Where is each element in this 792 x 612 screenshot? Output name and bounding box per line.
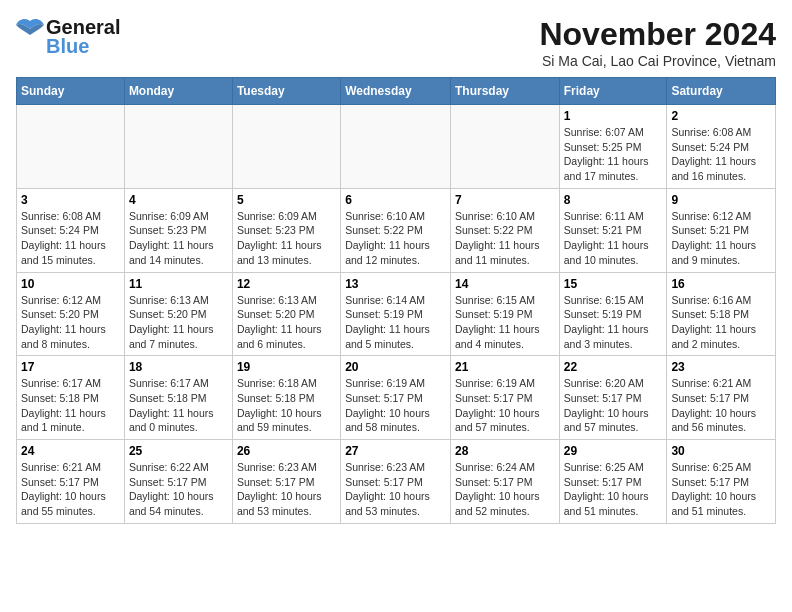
calendar-day-cell: 9Sunrise: 6:12 AM Sunset: 5:21 PM Daylig…	[667, 188, 776, 272]
day-detail: Sunrise: 6:21 AM Sunset: 5:17 PM Dayligh…	[671, 376, 771, 435]
day-detail: Sunrise: 6:15 AM Sunset: 5:19 PM Dayligh…	[564, 293, 663, 352]
day-number: 23	[671, 360, 771, 374]
header-tuesday: Tuesday	[232, 78, 340, 105]
calendar-day-cell	[124, 105, 232, 189]
day-detail: Sunrise: 6:19 AM Sunset: 5:17 PM Dayligh…	[455, 376, 555, 435]
calendar-header-row: Sunday Monday Tuesday Wednesday Thursday…	[17, 78, 776, 105]
calendar-week-2: 3Sunrise: 6:08 AM Sunset: 5:24 PM Daylig…	[17, 188, 776, 272]
day-detail: Sunrise: 6:07 AM Sunset: 5:25 PM Dayligh…	[564, 125, 663, 184]
day-number: 3	[21, 193, 120, 207]
calendar-day-cell: 27Sunrise: 6:23 AM Sunset: 5:17 PM Dayli…	[341, 440, 451, 524]
calendar-day-cell: 6Sunrise: 6:10 AM Sunset: 5:22 PM Daylig…	[341, 188, 451, 272]
day-number: 27	[345, 444, 446, 458]
day-detail: Sunrise: 6:15 AM Sunset: 5:19 PM Dayligh…	[455, 293, 555, 352]
day-number: 19	[237, 360, 336, 374]
header-saturday: Saturday	[667, 78, 776, 105]
day-detail: Sunrise: 6:10 AM Sunset: 5:22 PM Dayligh…	[345, 209, 446, 268]
calendar-day-cell	[450, 105, 559, 189]
header-wednesday: Wednesday	[341, 78, 451, 105]
calendar-day-cell: 7Sunrise: 6:10 AM Sunset: 5:22 PM Daylig…	[450, 188, 559, 272]
day-number: 22	[564, 360, 663, 374]
day-detail: Sunrise: 6:14 AM Sunset: 5:19 PM Dayligh…	[345, 293, 446, 352]
day-detail: Sunrise: 6:08 AM Sunset: 5:24 PM Dayligh…	[21, 209, 120, 268]
calendar-day-cell: 23Sunrise: 6:21 AM Sunset: 5:17 PM Dayli…	[667, 356, 776, 440]
day-detail: Sunrise: 6:23 AM Sunset: 5:17 PM Dayligh…	[345, 460, 446, 519]
calendar-week-1: 1Sunrise: 6:07 AM Sunset: 5:25 PM Daylig…	[17, 105, 776, 189]
calendar-day-cell	[232, 105, 340, 189]
day-detail: Sunrise: 6:18 AM Sunset: 5:18 PM Dayligh…	[237, 376, 336, 435]
day-number: 17	[21, 360, 120, 374]
calendar-table: Sunday Monday Tuesday Wednesday Thursday…	[16, 77, 776, 524]
calendar-day-cell: 30Sunrise: 6:25 AM Sunset: 5:17 PM Dayli…	[667, 440, 776, 524]
day-number: 30	[671, 444, 771, 458]
calendar-day-cell: 26Sunrise: 6:23 AM Sunset: 5:17 PM Dayli…	[232, 440, 340, 524]
calendar-day-cell: 5Sunrise: 6:09 AM Sunset: 5:23 PM Daylig…	[232, 188, 340, 272]
calendar-day-cell: 1Sunrise: 6:07 AM Sunset: 5:25 PM Daylig…	[559, 105, 667, 189]
day-number: 4	[129, 193, 228, 207]
calendar-day-cell: 13Sunrise: 6:14 AM Sunset: 5:19 PM Dayli…	[341, 272, 451, 356]
calendar-day-cell: 20Sunrise: 6:19 AM Sunset: 5:17 PM Dayli…	[341, 356, 451, 440]
day-number: 5	[237, 193, 336, 207]
header-sunday: Sunday	[17, 78, 125, 105]
calendar-day-cell: 3Sunrise: 6:08 AM Sunset: 5:24 PM Daylig…	[17, 188, 125, 272]
calendar-day-cell: 25Sunrise: 6:22 AM Sunset: 5:17 PM Dayli…	[124, 440, 232, 524]
day-number: 29	[564, 444, 663, 458]
header-thursday: Thursday	[450, 78, 559, 105]
calendar-day-cell: 18Sunrise: 6:17 AM Sunset: 5:18 PM Dayli…	[124, 356, 232, 440]
calendar-day-cell: 24Sunrise: 6:21 AM Sunset: 5:17 PM Dayli…	[17, 440, 125, 524]
calendar-week-4: 17Sunrise: 6:17 AM Sunset: 5:18 PM Dayli…	[17, 356, 776, 440]
header-monday: Monday	[124, 78, 232, 105]
day-number: 25	[129, 444, 228, 458]
day-number: 18	[129, 360, 228, 374]
day-number: 24	[21, 444, 120, 458]
day-number: 13	[345, 277, 446, 291]
day-number: 9	[671, 193, 771, 207]
day-detail: Sunrise: 6:12 AM Sunset: 5:21 PM Dayligh…	[671, 209, 771, 268]
day-detail: Sunrise: 6:23 AM Sunset: 5:17 PM Dayligh…	[237, 460, 336, 519]
day-detail: Sunrise: 6:09 AM Sunset: 5:23 PM Dayligh…	[237, 209, 336, 268]
day-number: 21	[455, 360, 555, 374]
calendar-day-cell: 12Sunrise: 6:13 AM Sunset: 5:20 PM Dayli…	[232, 272, 340, 356]
day-number: 2	[671, 109, 771, 123]
calendar-day-cell: 2Sunrise: 6:08 AM Sunset: 5:24 PM Daylig…	[667, 105, 776, 189]
day-number: 10	[21, 277, 120, 291]
calendar-day-cell: 21Sunrise: 6:19 AM Sunset: 5:17 PM Dayli…	[450, 356, 559, 440]
calendar-day-cell: 11Sunrise: 6:13 AM Sunset: 5:20 PM Dayli…	[124, 272, 232, 356]
page-header: General Blue November 2024 Si Ma Cai, La…	[16, 16, 776, 69]
day-number: 6	[345, 193, 446, 207]
day-number: 11	[129, 277, 228, 291]
calendar-day-cell: 15Sunrise: 6:15 AM Sunset: 5:19 PM Dayli…	[559, 272, 667, 356]
day-number: 8	[564, 193, 663, 207]
day-number: 15	[564, 277, 663, 291]
day-detail: Sunrise: 6:20 AM Sunset: 5:17 PM Dayligh…	[564, 376, 663, 435]
day-detail: Sunrise: 6:10 AM Sunset: 5:22 PM Dayligh…	[455, 209, 555, 268]
day-detail: Sunrise: 6:17 AM Sunset: 5:18 PM Dayligh…	[21, 376, 120, 435]
day-number: 14	[455, 277, 555, 291]
day-detail: Sunrise: 6:09 AM Sunset: 5:23 PM Dayligh…	[129, 209, 228, 268]
day-detail: Sunrise: 6:12 AM Sunset: 5:20 PM Dayligh…	[21, 293, 120, 352]
calendar-day-cell: 8Sunrise: 6:11 AM Sunset: 5:21 PM Daylig…	[559, 188, 667, 272]
logo-bird-icon	[16, 17, 44, 39]
calendar-day-cell: 19Sunrise: 6:18 AM Sunset: 5:18 PM Dayli…	[232, 356, 340, 440]
day-detail: Sunrise: 6:08 AM Sunset: 5:24 PM Dayligh…	[671, 125, 771, 184]
calendar-day-cell	[341, 105, 451, 189]
day-detail: Sunrise: 6:13 AM Sunset: 5:20 PM Dayligh…	[237, 293, 336, 352]
day-number: 1	[564, 109, 663, 123]
day-number: 26	[237, 444, 336, 458]
day-detail: Sunrise: 6:21 AM Sunset: 5:17 PM Dayligh…	[21, 460, 120, 519]
logo: General Blue	[16, 16, 120, 58]
calendar-day-cell: 10Sunrise: 6:12 AM Sunset: 5:20 PM Dayli…	[17, 272, 125, 356]
calendar-week-3: 10Sunrise: 6:12 AM Sunset: 5:20 PM Dayli…	[17, 272, 776, 356]
calendar-day-cell: 29Sunrise: 6:25 AM Sunset: 5:17 PM Dayli…	[559, 440, 667, 524]
day-number: 7	[455, 193, 555, 207]
logo-blue: Blue	[46, 35, 89, 58]
calendar-day-cell: 28Sunrise: 6:24 AM Sunset: 5:17 PM Dayli…	[450, 440, 559, 524]
month-title: November 2024	[539, 16, 776, 53]
day-number: 20	[345, 360, 446, 374]
title-section: November 2024 Si Ma Cai, Lao Cai Provinc…	[539, 16, 776, 69]
header-friday: Friday	[559, 78, 667, 105]
day-detail: Sunrise: 6:25 AM Sunset: 5:17 PM Dayligh…	[564, 460, 663, 519]
day-detail: Sunrise: 6:25 AM Sunset: 5:17 PM Dayligh…	[671, 460, 771, 519]
location-subtitle: Si Ma Cai, Lao Cai Province, Vietnam	[539, 53, 776, 69]
day-detail: Sunrise: 6:16 AM Sunset: 5:18 PM Dayligh…	[671, 293, 771, 352]
